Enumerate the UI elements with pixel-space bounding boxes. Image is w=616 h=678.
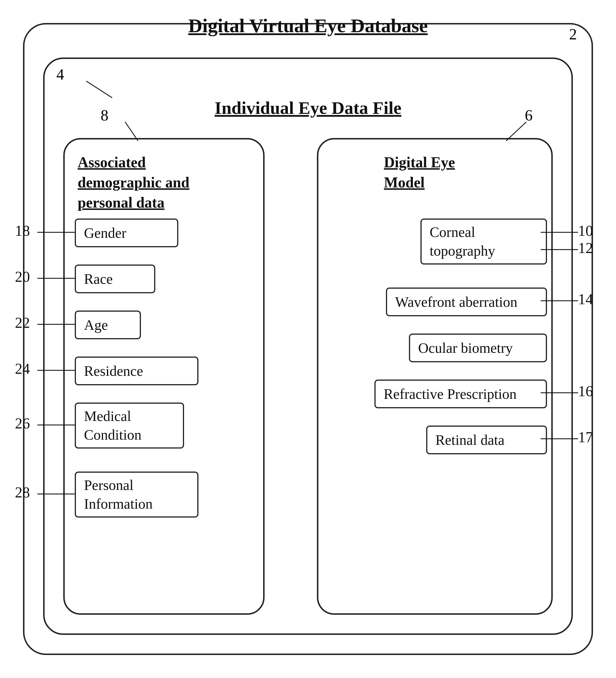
digital-eye-line2: Model: [384, 174, 425, 191]
right-panel: [317, 138, 553, 615]
medical-line1: Medical: [84, 407, 131, 425]
refractive-box: Refractive Prescription: [374, 380, 547, 408]
gender-box: Gender: [75, 219, 178, 247]
medical-box: Medical Condition: [75, 403, 184, 449]
medical-line2: Condition: [84, 425, 142, 444]
ref-4: 4: [57, 66, 64, 83]
ocular-label: Ocular biometry: [418, 340, 513, 356]
ocular-box: Ocular biometry: [409, 334, 547, 362]
personal-line1: Personal: [84, 476, 134, 495]
ref-6: 6: [525, 106, 533, 124]
right-panel-title: Digital Eye Model: [384, 152, 455, 193]
race-label: Race: [84, 271, 113, 287]
corneal-box: Corneal topography: [421, 219, 547, 265]
refractive-label: Refractive Prescription: [384, 386, 516, 402]
corneal-line2: topography: [430, 241, 495, 260]
wavefront-label: Wavefront aberration: [395, 294, 517, 310]
residence-box: Residence: [75, 356, 198, 385]
wavefront-box: Wavefront aberration: [386, 288, 547, 316]
retinal-box: Retinal data: [426, 425, 547, 454]
retinal-label: Retinal data: [435, 431, 504, 448]
associated-line3: personal data: [78, 194, 165, 211]
iedf-title: Individual Eye Data File: [215, 98, 401, 118]
database-title: Digital Virtual Eye Database: [188, 14, 428, 37]
race-box: Race: [75, 265, 155, 293]
digital-eye-line1: Digital Eye: [384, 154, 455, 171]
corneal-line1: Corneal: [430, 223, 475, 241]
associated-line1: Associated: [78, 154, 146, 171]
page: Digital Virtual Eye Database 2 4 Individ…: [0, 0, 616, 678]
left-panel-title: Associated demographic and personal data: [78, 152, 189, 213]
residence-label: Residence: [84, 363, 143, 379]
ref-8: 8: [101, 106, 108, 124]
age-box: Age: [75, 310, 141, 339]
ref-2: 2: [569, 25, 577, 43]
gender-label: Gender: [84, 225, 126, 241]
personal-box: Personal Information: [75, 472, 198, 518]
personal-line2: Information: [84, 495, 153, 513]
age-label: Age: [84, 316, 108, 333]
associated-line2: demographic and: [78, 174, 189, 191]
